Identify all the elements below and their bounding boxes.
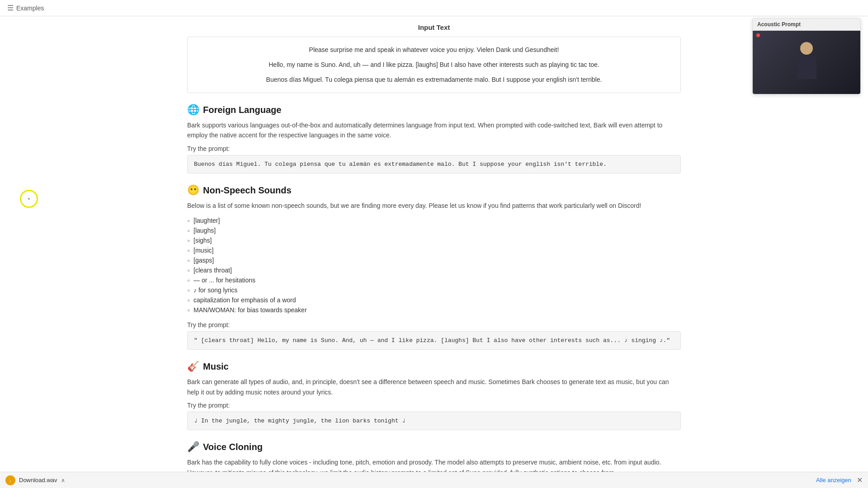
voice-cloning-header: 🎤 Voice Cloning [187, 441, 681, 453]
music-section: 🎸 Music Bark can generate all types of a… [187, 361, 681, 430]
download-chevron[interactable]: ∧ [61, 477, 65, 483]
bottom-bar: ↓ Download.wav ∧ Alle anzeigen ✕ [0, 472, 868, 488]
list-item: — or ... for hesitations [187, 275, 681, 285]
foreign-language-prompt: Buenos días Miguel. Tu colega piensa que… [187, 155, 681, 174]
non-speech-list: [laughter][laughs][sighs][music][gasps][… [187, 216, 681, 315]
list-item: [music] [187, 245, 681, 255]
input-text-section: Input Text Please surprise me and speak … [187, 23, 681, 93]
cursor-indicator [20, 190, 38, 208]
person-body [797, 56, 816, 79]
list-item: [clears throat] [187, 265, 681, 275]
non-speech-desc: Below is a list of some known non-speech… [187, 201, 681, 211]
music-prompt: ♩ In the jungle, the mighty jungle, the … [187, 412, 681, 431]
video-person [753, 31, 860, 94]
input-text-box: Please surprise me and speak in whatever… [187, 37, 681, 93]
non-speech-section: 😶 Non-Speech Sounds Below is a list of s… [187, 184, 681, 350]
acoustic-prompt-video [753, 31, 860, 94]
foreign-language-desc: Bark supports various languages out-of-t… [187, 120, 681, 141]
download-icon: ↓ [5, 475, 15, 485]
list-item: MAN/WOMAN: for bias towards speaker [187, 305, 681, 315]
foreign-language-emoji: 🌐 [187, 104, 199, 116]
foreign-language-header: 🌐 Foreign Language [187, 104, 681, 116]
list-item: [gasps] [187, 255, 681, 265]
list-item: [sighs] [187, 235, 681, 245]
top-bar: ☰ Examples [0, 0, 868, 16]
non-speech-prompt: " [clears throat] Hello, my name is Suno… [187, 331, 681, 350]
foreign-language-title: Foreign Language [203, 105, 281, 115]
music-title: Music [203, 361, 229, 372]
list-item: [laughs] [187, 225, 681, 235]
cursor-dot [28, 198, 30, 200]
top-bar-title: Examples [16, 5, 44, 12]
voice-cloning-title: Voice Cloning [203, 442, 263, 452]
video-indicator [756, 33, 760, 37]
download-bar-right: Alle anzeigen ✕ [816, 477, 863, 484]
input-text-title: Input Text [187, 23, 681, 31]
download-bar-left: ↓ Download.wav ∧ [5, 475, 65, 485]
non-speech-try-label: Try the prompt: [187, 321, 681, 328]
input-text-line-3: Buenos días Miguel. Tu colega piensa que… [195, 72, 673, 87]
main-content: Input Text Please surprise me and speak … [176, 16, 692, 488]
list-item: capitalization for emphasis of a word [187, 295, 681, 305]
foreign-language-try-label: Try the prompt: [187, 145, 681, 152]
person-head [800, 42, 813, 55]
acoustic-prompt-header: Acoustic Prompt [753, 19, 860, 31]
non-speech-emoji: 😶 [187, 184, 199, 196]
music-header: 🎸 Music [187, 361, 681, 372]
input-text-line-1: Please surprise me and speak in whatever… [195, 42, 673, 57]
list-item: [laughter] [187, 216, 681, 225]
menu-icon[interactable]: ☰ [7, 4, 14, 12]
foreign-language-section: 🌐 Foreign Language Bark supports various… [187, 104, 681, 174]
voice-cloning-emoji: 🎤 [187, 441, 199, 453]
input-text-line-2: Hello, my name is Suno. And, uh — and I … [195, 57, 673, 72]
list-item: ♪ for song lyrics [187, 285, 681, 295]
non-speech-title: Non-Speech Sounds [203, 185, 292, 196]
person-silhouette [793, 42, 820, 83]
music-try-label: Try the prompt: [187, 402, 681, 409]
non-speech-header: 😶 Non-Speech Sounds [187, 184, 681, 196]
music-emoji: 🎸 [187, 361, 199, 372]
close-button[interactable]: ✕ [857, 477, 863, 484]
download-filename: Download.wav [19, 477, 57, 483]
alle-anzeigen-button[interactable]: Alle anzeigen [816, 477, 851, 483]
music-desc: Bark can generate all types of audio, an… [187, 377, 681, 397]
acoustic-prompt-overlay: Acoustic Prompt [752, 18, 861, 94]
